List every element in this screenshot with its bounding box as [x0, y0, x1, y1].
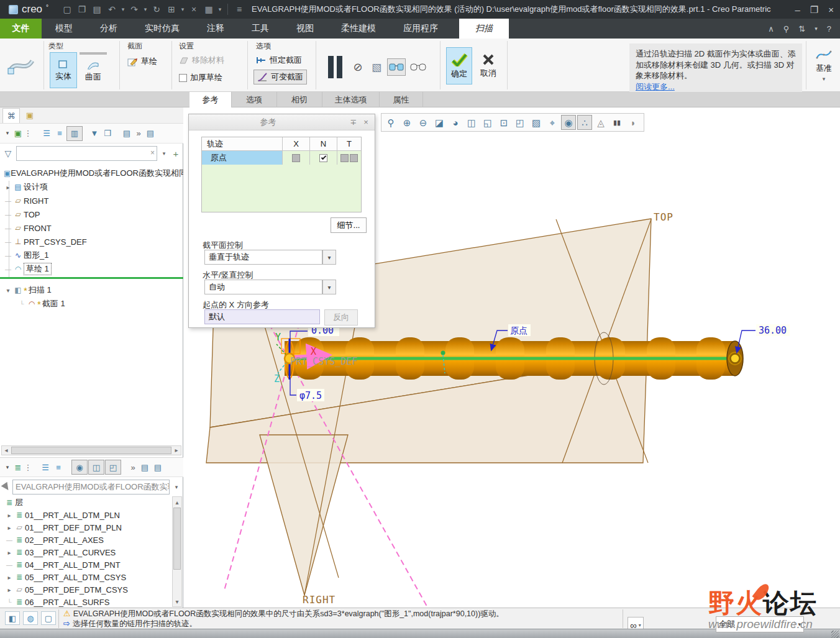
browser-toggle-icon[interactable]: ◍	[23, 611, 38, 625]
tree-row-graph[interactable]: — ∿ 图形_1	[0, 248, 183, 262]
zoom-fit-icon[interactable]: ⚲	[383, 115, 398, 130]
tab-tools[interactable]: 工具	[238, 19, 283, 39]
read-more-link[interactable]: 阅读更多...	[636, 82, 675, 91]
open-file-icon[interactable]: ❐	[75, 2, 89, 16]
tree-row-top-plane[interactable]: — ▱ TOP	[0, 207, 183, 221]
tree-compare-icon[interactable]: ❒	[101, 127, 114, 140]
command-locator-icon[interactable]: ≡	[232, 2, 247, 16]
tree-row-csys[interactable]: — ⊥ PRT_CSYS_DEF	[0, 235, 183, 248]
layer-vertical-scrollbar[interactable]: ▴ ▾	[172, 496, 182, 607]
layer-row[interactable]: — ≣ 02__PRT_ALL_AXES	[0, 534, 171, 546]
tab-flexible-modeling[interactable]: 柔性建模	[327, 19, 390, 39]
thicken-sketch-checkbox[interactable]: 加厚草绘	[179, 72, 222, 83]
tree-row-front-plane[interactable]: — ▱ FRONT	[0, 221, 183, 235]
ok-button[interactable]: 确定	[446, 47, 472, 84]
undo-icon[interactable]: ↶	[104, 2, 119, 16]
tab-file[interactable]: 文件	[0, 19, 42, 39]
scroll-down-icon[interactable]: ▾	[173, 598, 181, 606]
maximize-button[interactable]: ❐	[810, 5, 818, 14]
annotation-display-icon[interactable]: ⌖	[545, 115, 560, 130]
layer-item-toggle[interactable]: ◫	[88, 460, 104, 475]
navigator-toggle-icon[interactable]: ◧	[5, 611, 20, 625]
tab-options[interactable]: 选项	[232, 92, 277, 107]
clear-filter-icon[interactable]: ×	[150, 149, 155, 157]
n-checkbox-checked[interactable]	[319, 154, 327, 162]
layer-row[interactable]: — ≣ 04__PRT_ALL_DTM_PNT	[0, 558, 171, 571]
references-panel-header[interactable]: 参考 ∓ ×	[189, 114, 375, 130]
wireframe-preview-icon[interactable]: ▧	[368, 59, 385, 75]
save-icon[interactable]: ▤	[89, 2, 104, 16]
section-plane-dropdown-arrow[interactable]: ▾	[322, 250, 336, 265]
end-drag-handle[interactable]	[731, 354, 739, 363]
datum-dropdown-icon[interactable]: ▾	[823, 76, 826, 82]
verify-preview-button[interactable]	[408, 58, 428, 76]
pin-icon[interactable]: ∓	[347, 118, 360, 126]
layers-icon[interactable]: ≣	[12, 461, 24, 473]
folder-browser-tab[interactable]: ▣	[21, 109, 39, 122]
layer-hidden-toggle[interactable]: ◰	[105, 460, 121, 475]
selection-filter-combo[interactable]: 全部 ▾	[716, 616, 804, 632]
layer-row[interactable]: ▸ ▱ 05__PRT_DEF_DTM_CSYS	[0, 583, 171, 596]
tab-analysis[interactable]: 分析	[86, 19, 131, 39]
details-button[interactable]: 细节...	[331, 217, 367, 233]
tree-settings-icon[interactable]: ▣	[12, 127, 24, 140]
collapse-icon[interactable]: ▾	[4, 287, 12, 294]
undo-dropdown-icon[interactable]: ▾	[119, 2, 127, 16]
windows-icon[interactable]: ⊞	[164, 2, 179, 16]
search-icon[interactable]: ⚲	[783, 25, 790, 33]
cancel-button[interactable]: 取消	[475, 47, 502, 84]
layer-model-selector[interactable]: EVALGRAPH使用MOD或者FLOOR函数实现相同	[12, 480, 170, 494]
redo-dropdown-icon[interactable]: ▾	[142, 2, 149, 16]
layer-expand-all-icon[interactable]: ☰	[39, 461, 52, 473]
display-style-icon[interactable]: ◫	[464, 115, 479, 130]
expand-icon[interactable]: ▸	[4, 184, 12, 191]
search-dropdown-icon[interactable]: ▾	[639, 622, 641, 628]
expand-icon[interactable]: ▸	[5, 524, 14, 531]
origin-trajectory-cell[interactable]: 原点	[202, 151, 283, 165]
tree-show-dropdown-icon[interactable]: ▾	[4, 127, 11, 140]
help-icon[interactable]: ?	[827, 25, 831, 33]
expand-icon[interactable]: ▸	[5, 586, 14, 593]
zoom-in-icon[interactable]: ⊕	[399, 115, 414, 130]
dim-diameter-value[interactable]: φ7.5	[299, 390, 322, 401]
scroll-left-icon[interactable]: ◂	[2, 447, 11, 453]
capture-icon[interactable]: ⊡	[496, 115, 511, 130]
scrollbar-thumb[interactable]	[11, 447, 171, 454]
tree-horizontal-scrollbar[interactable]: ◂ ▸	[1, 445, 181, 455]
tab-annotate[interactable]: 注释	[193, 19, 238, 39]
variable-section-button[interactable]: 可变截面	[253, 70, 307, 84]
tab-body-options[interactable]: 主体选项	[322, 92, 380, 107]
close-window-icon[interactable]: ×	[186, 2, 201, 16]
tab-live-simulation[interactable]: 实时仿真	[131, 19, 193, 39]
close-button[interactable]: ×	[828, 5, 834, 14]
scroll-right-icon[interactable]: ▸	[172, 447, 181, 453]
pause-button[interactable]	[328, 56, 342, 78]
resize-grip[interactable]	[831, 631, 839, 638]
tree-list-icon[interactable]: ▤	[121, 127, 133, 140]
layer-info-icon[interactable]: ▤	[139, 461, 151, 473]
hv-control-dropdown[interactable]: 自动	[204, 280, 322, 294]
selector-dropdown-icon[interactable]: ▾	[172, 485, 181, 490]
origin-label[interactable]: 原点	[510, 326, 527, 335]
regenerate-icon[interactable]: ↻	[149, 2, 164, 16]
accessory-window-icon[interactable]: ▢	[41, 611, 56, 625]
tab-applications[interactable]: 应用程序	[390, 19, 452, 39]
filter-dropdown-icon[interactable]: ▾	[160, 151, 168, 157]
tab-view[interactable]: 视图	[283, 19, 327, 39]
layer-row[interactable]: ▸ ▱ 01__PRT_DEF_DTM_PLN	[0, 521, 171, 534]
options-sync-icon[interactable]: ⇅	[798, 25, 805, 33]
tree-doc-icon[interactable]: ▤	[144, 127, 157, 140]
pause-display-icon[interactable]: ▮▮	[609, 115, 624, 130]
layer-root-row[interactable]: ≣ 层	[0, 496, 171, 509]
constant-section-button[interactable]: 恒定截面	[256, 55, 302, 66]
resume-icon[interactable]: ◗	[626, 115, 641, 130]
surface-button[interactable]: 曲面	[80, 55, 107, 88]
collapse-ribbon-icon[interactable]: ∧	[768, 25, 774, 33]
close-panel-icon[interactable]: ×	[360, 118, 372, 126]
no-preview-icon[interactable]: ⊘	[350, 59, 366, 75]
scroll-up-icon[interactable]: ▴	[173, 498, 181, 507]
repaint-icon[interactable]: ◪	[432, 115, 447, 130]
tab-references[interactable]: 参考	[189, 92, 232, 107]
expand-icon[interactable]: ▸	[5, 512, 14, 519]
more-dropdown-icon[interactable]: ▾	[815, 26, 818, 32]
